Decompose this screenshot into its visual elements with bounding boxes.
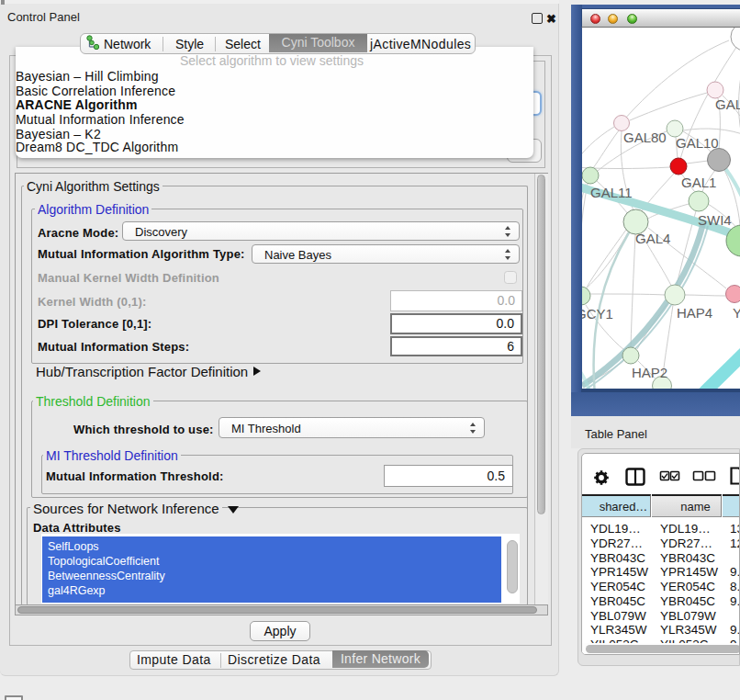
svg-text:HAP2: HAP2	[632, 365, 667, 380]
svg-text:Y: Y	[733, 305, 740, 321]
svg-text:GAL10: GAL10	[676, 135, 719, 151]
svg-text:HAP4: HAP4	[677, 305, 712, 321]
svg-text:GAL: GAL	[715, 96, 740, 112]
svg-text:GAL1: GAL1	[681, 175, 716, 190]
svg-text:GAL11: GAL11	[590, 185, 633, 200]
svg-text:SWI4: SWI4	[698, 212, 732, 228]
svg-text:GAL4: GAL4	[635, 231, 670, 246]
svg-text:GCY1: GCY1	[582, 306, 613, 322]
svg-text:GAL80: GAL80	[623, 130, 667, 145]
